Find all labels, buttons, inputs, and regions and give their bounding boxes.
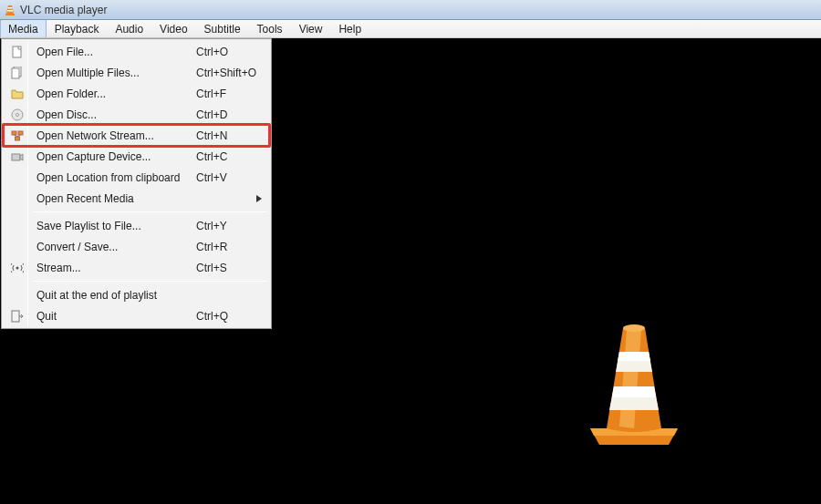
- menu-tools[interactable]: Tools: [249, 20, 291, 37]
- svg-point-19: [16, 266, 19, 269]
- vlc-logo: [579, 321, 689, 458]
- menu-stream[interactable]: Stream... Ctrl+S: [4, 257, 269, 278]
- menu-item-label: Convert / Save...: [29, 241, 196, 253]
- media-dropdown: Open File... Ctrl+O Open Multiple Files.…: [1, 38, 272, 329]
- capture-icon: [5, 150, 29, 163]
- svg-rect-8: [12, 68, 19, 78]
- menu-item-shortcut: Ctrl+F: [196, 87, 265, 100]
- disc-icon: [5, 108, 29, 121]
- menu-item-label: Open Location from clipboard: [29, 171, 196, 184]
- svg-marker-18: [256, 195, 262, 202]
- menu-view[interactable]: View: [291, 20, 331, 37]
- menu-item-shortcut: Ctrl+O: [196, 46, 265, 58]
- menu-item-shortcut: Ctrl+Shift+O: [196, 67, 265, 79]
- menu-item-label: Stream...: [29, 262, 196, 274]
- menu-item-label: Save Playlist to File...: [29, 220, 196, 232]
- menu-item-shortcut: Ctrl+S: [196, 262, 265, 274]
- menu-item-shortcut: Ctrl+V: [196, 171, 265, 184]
- menu-item-shortcut: Ctrl+D: [196, 108, 265, 121]
- menu-item-label: Quit at the end of playlist: [29, 289, 196, 302]
- menu-item-shortcut: Ctrl+Q: [196, 310, 265, 323]
- menu-separator: [33, 281, 267, 282]
- vlc-cone-icon: [4, 4, 16, 16]
- files-icon: [5, 67, 29, 79]
- folder-icon: [5, 87, 29, 100]
- menu-save-playlist[interactable]: Save Playlist to File... Ctrl+Y: [4, 215, 269, 236]
- menu-media[interactable]: Media: [0, 20, 47, 37]
- menu-open-file[interactable]: Open File... Ctrl+O: [4, 41, 269, 62]
- menubar: Media Playback Audio Video Subtitle Tool…: [0, 20, 821, 38]
- menu-subtitle[interactable]: Subtitle: [196, 20, 249, 37]
- titlebar: VLC media player: [0, 0, 821, 20]
- menu-item-shortcut: Ctrl+N: [196, 129, 265, 142]
- stream-icon: [5, 262, 29, 274]
- menu-open-disc[interactable]: Open Disc... Ctrl+D: [4, 104, 269, 125]
- menu-item-label: Open File...: [29, 46, 196, 58]
- submenu-arrow-icon: [256, 195, 262, 202]
- menu-item-label: Quit: [29, 310, 196, 323]
- quit-icon: [5, 310, 29, 323]
- svg-rect-3: [5, 14, 15, 15]
- menu-item-shortcut: Ctrl+Y: [196, 220, 265, 232]
- menu-open-multiple-files[interactable]: Open Multiple Files... Ctrl+Shift+O: [4, 62, 269, 83]
- menu-item-label: Open Folder...: [29, 87, 196, 100]
- svg-rect-20: [12, 311, 19, 322]
- network-icon: [5, 129, 29, 142]
- menu-audio[interactable]: Audio: [107, 20, 151, 37]
- menu-item-shortcut: Ctrl+R: [196, 241, 265, 253]
- menu-item-label: Open Network Stream...: [29, 129, 196, 142]
- menu-video[interactable]: Video: [151, 20, 195, 37]
- menu-item-label: Open Recent Media: [29, 192, 265, 205]
- svg-rect-1: [8, 7, 13, 9]
- svg-point-10: [16, 113, 19, 116]
- window-title: VLC media player: [20, 4, 107, 16]
- menu-item-shortcut: Ctrl+C: [196, 150, 265, 163]
- menu-open-capture-device[interactable]: Open Capture Device... Ctrl+C: [4, 146, 269, 167]
- menu-open-network-stream[interactable]: Open Network Stream... Ctrl+N: [4, 125, 269, 146]
- svg-rect-2: [7, 10, 13, 12]
- menu-separator: [33, 211, 267, 212]
- svg-rect-16: [12, 154, 20, 160]
- menu-open-folder[interactable]: Open Folder... Ctrl+F: [4, 83, 269, 104]
- menu-quit[interactable]: Quit Ctrl+Q: [4, 305, 269, 326]
- menu-playback[interactable]: Playback: [47, 20, 108, 37]
- menu-help[interactable]: Help: [330, 20, 369, 37]
- svg-point-5: [623, 324, 645, 332]
- menu-open-recent-media[interactable]: Open Recent Media: [4, 188, 269, 209]
- svg-rect-12: [18, 131, 23, 135]
- svg-rect-6: [13, 46, 21, 57]
- file-icon: [5, 46, 29, 58]
- menu-item-label: Open Capture Device...: [29, 150, 196, 163]
- svg-rect-11: [12, 131, 16, 135]
- menu-item-label: Open Multiple Files...: [29, 67, 196, 79]
- svg-marker-0: [6, 5, 14, 14]
- menu-open-location-clipboard[interactable]: Open Location from clipboard Ctrl+V: [4, 167, 269, 188]
- menu-quit-end-playlist[interactable]: Quit at the end of playlist: [4, 284, 269, 305]
- svg-rect-13: [16, 137, 20, 140]
- menu-item-label: Open Disc...: [29, 108, 196, 121]
- menu-convert-save[interactable]: Convert / Save... Ctrl+R: [4, 236, 269, 257]
